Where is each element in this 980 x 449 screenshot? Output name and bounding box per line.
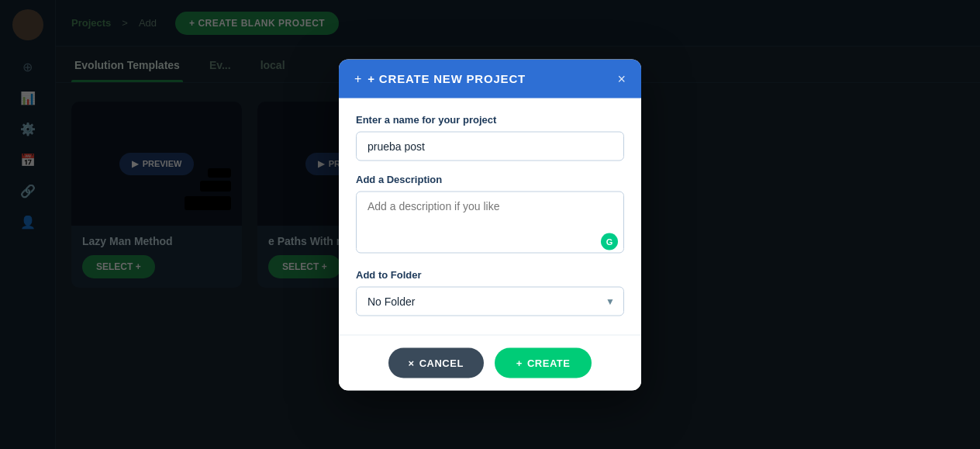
desc-wrapper: G bbox=[356, 191, 624, 256]
grammarly-icon: G bbox=[601, 233, 618, 250]
create-project-modal: + + CREATE NEW PROJECT × Enter a name fo… bbox=[339, 59, 641, 390]
cancel-button[interactable]: × CANCEL bbox=[388, 347, 484, 378]
project-name-input[interactable] bbox=[356, 131, 624, 161]
cancel-label: CANCEL bbox=[419, 357, 464, 368]
name-field-label: Enter a name for your project bbox=[356, 113, 624, 125]
create-button[interactable]: + CREATE bbox=[495, 347, 592, 378]
modal-footer: × CANCEL + CREATE bbox=[339, 334, 641, 390]
modal-title: + CREATE NEW PROJECT bbox=[368, 72, 526, 85]
desc-field-label: Add a Description bbox=[356, 173, 624, 185]
create-label: CREATE bbox=[527, 357, 570, 368]
modal-plus-icon: + bbox=[354, 71, 361, 85]
create-plus-icon: + bbox=[516, 357, 523, 368]
project-description-input[interactable] bbox=[356, 191, 624, 253]
folder-field-label: Add to Folder bbox=[356, 268, 624, 280]
modal-body: Enter a name for your project Add a Desc… bbox=[339, 98, 641, 334]
modal-title-row: + + CREATE NEW PROJECT bbox=[354, 71, 526, 85]
modal-header: + + CREATE NEW PROJECT × bbox=[339, 59, 641, 98]
folder-select[interactable]: No Folder Folder 1 Folder 2 bbox=[356, 286, 624, 316]
modal-close-button[interactable]: × bbox=[617, 71, 626, 85]
cancel-x-icon: × bbox=[409, 357, 415, 368]
folder-select-wrapper: No Folder Folder 1 Folder 2 ▼ bbox=[356, 286, 624, 316]
